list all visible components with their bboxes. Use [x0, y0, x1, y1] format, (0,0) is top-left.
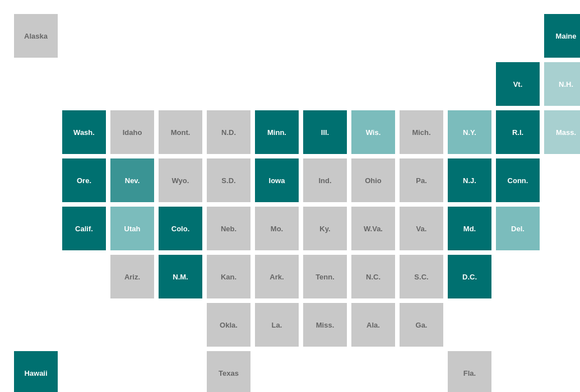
state-ky[interactable]: Ky. [303, 207, 347, 250]
state-sd[interactable]: S.D. [207, 158, 250, 202]
state-vt[interactable]: Vt. [496, 62, 540, 106]
state-sc[interactable]: S.C. [400, 255, 443, 298]
state-conn[interactable]: Conn. [496, 158, 540, 202]
state-utah[interactable]: Utah [110, 207, 154, 250]
state-tenn[interactable]: Tenn. [303, 255, 347, 298]
state-fla[interactable]: Fla. [448, 351, 491, 392]
state-alaska[interactable]: Alaska [14, 14, 58, 58]
state-va[interactable]: Va. [400, 207, 443, 250]
state-pa[interactable]: Pa. [400, 158, 443, 202]
state-md[interactable]: Md. [448, 207, 491, 250]
state-okla[interactable]: Okla. [207, 303, 250, 347]
state-ohio[interactable]: Ohio [351, 158, 395, 202]
state-ga[interactable]: Ga. [400, 303, 443, 347]
state-calif[interactable]: Calif. [62, 207, 106, 250]
state-wis[interactable]: Wis. [351, 110, 395, 154]
state-nh[interactable]: N.H. [544, 62, 580, 106]
state-del[interactable]: Del. [496, 207, 540, 250]
state-wash[interactable]: Wash. [62, 110, 106, 154]
state-ill[interactable]: Ill. [303, 110, 347, 154]
state-wyo[interactable]: Wyo. [159, 158, 202, 202]
state-mont[interactable]: Mont. [159, 110, 202, 154]
state-dc[interactable]: D.C. [448, 255, 491, 298]
state-nm[interactable]: N.M. [159, 255, 202, 298]
state-iowa[interactable]: Iowa [255, 158, 299, 202]
map-container: AlaskaMaineVt.N.H.Mass.Wash.IdahoMont.N.… [6, 6, 574, 386]
state-ind[interactable]: Ind. [303, 158, 347, 202]
state-miss[interactable]: Miss. [303, 303, 347, 347]
state-nj[interactable]: N.J. [448, 158, 491, 202]
state-kan[interactable]: Kan. [207, 255, 250, 298]
state-mo[interactable]: Mo. [255, 207, 299, 250]
state-texas[interactable]: Texas [207, 351, 250, 392]
state-colo[interactable]: Colo. [159, 207, 202, 250]
state-ore[interactable]: Ore. [62, 158, 106, 202]
state-maine[interactable]: Maine [544, 14, 580, 58]
state-nd[interactable]: N.D. [207, 110, 250, 154]
state-ala[interactable]: Ala. [351, 303, 395, 347]
state-la[interactable]: La. [255, 303, 299, 347]
state-ri[interactable]: R.I. [496, 110, 540, 154]
state-ariz[interactable]: Ariz. [110, 255, 154, 298]
state-idaho[interactable]: Idaho [110, 110, 154, 154]
state-nc[interactable]: N.C. [351, 255, 395, 298]
state-minn[interactable]: Minn. [255, 110, 299, 154]
state-wva[interactable]: W.Va. [351, 207, 395, 250]
state-mich[interactable]: Mich. [400, 110, 443, 154]
state-hawaii[interactable]: Hawaii [14, 351, 58, 392]
state-ny[interactable]: N.Y. [448, 110, 491, 154]
state-mass[interactable]: Mass. [544, 110, 580, 154]
state-neb[interactable]: Neb. [207, 207, 250, 250]
state-nev[interactable]: Nev. [110, 158, 154, 202]
state-ark[interactable]: Ark. [255, 255, 299, 298]
